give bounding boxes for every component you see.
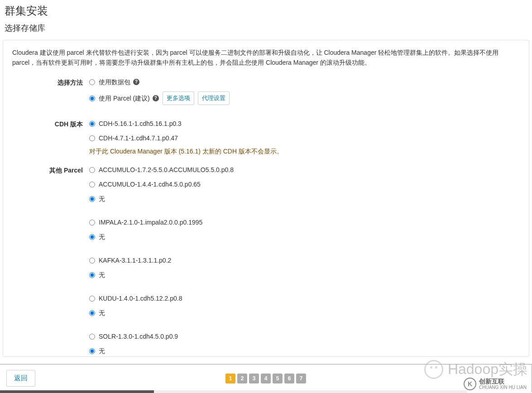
pager-step-5[interactable]: 5 (273, 374, 283, 383)
parcel-none-label: 无 (99, 270, 105, 279)
method-option-parcel[interactable]: 使用 Parcel (建议) ? 更多选项 代理设置 (89, 91, 520, 105)
cdh-row: CDH 版本 CDH-5.16.1-1.cdh5.16.1.p0.3 CDH-4… (12, 119, 520, 158)
proxy-settings-button[interactable]: 代理设置 (198, 91, 230, 105)
parcel-group: IMPALA-2.1.0-1.impala2.0.0.p0.1995无 (89, 217, 520, 242)
main-panel: Cloudera 建议使用 parcel 来代替软件包进行安装，因为 parce… (3, 40, 529, 357)
parcel-none-label: 无 (99, 308, 105, 317)
parcel-radio-none[interactable] (89, 196, 95, 202)
help-icon[interactable]: ? (153, 95, 159, 101)
footer-bar: 返回 1234567 (0, 364, 532, 392)
parcel-radio-none[interactable] (89, 348, 95, 354)
parcel-option[interactable]: ACCUMULO-1.7.2-5.5.0.ACCUMULO5.5.0.p0.8 (89, 165, 520, 175)
parcel-none-label: 无 (99, 194, 105, 203)
method-option-package-label: 使用数据包 (99, 77, 130, 86)
parcel-radio[interactable] (89, 258, 95, 264)
parcel-radio-none[interactable] (89, 234, 95, 240)
parcel-option-none[interactable]: 无 (89, 194, 520, 204)
cdh-option-1[interactable]: CDH-4.7.1-1.cdh4.7.1.p0.47 (89, 133, 520, 143)
method-option-package[interactable]: 使用数据包 ? (89, 77, 520, 87)
cdh-note: 对于此 Cloudera Manager 版本 (5.16.1) 太新的 CDH… (89, 148, 520, 156)
pager-step-6[interactable]: 6 (284, 374, 294, 383)
parcel-option-label: SOLR-1.3.0-1.cdh4.5.0.p0.9 (99, 332, 178, 341)
cdh-option-1-label: CDH-4.7.1-1.cdh4.7.1.p0.47 (99, 134, 178, 143)
parcel-radio[interactable] (89, 334, 95, 340)
method-radio-package[interactable] (89, 79, 95, 85)
parcel-option[interactable]: ACCUMULO-1.4.4-1.cdh4.5.0.p0.65 (89, 179, 520, 189)
parcel-option[interactable]: IMPALA-2.1.0-1.impala2.0.0.p0.1995 (89, 217, 520, 227)
scrollbar-thumb[interactable] (0, 390, 154, 393)
parcel-none-label: 无 (99, 232, 105, 241)
parcel-radio[interactable] (89, 296, 95, 302)
other-parcel-label: 其他 Parcel (12, 165, 89, 175)
parcel-radio-none[interactable] (89, 272, 95, 278)
cdh-option-0[interactable]: CDH-5.16.1-1.cdh5.16.1.p0.3 (89, 119, 520, 129)
parcel-option-none[interactable]: 无 (89, 308, 520, 318)
parcel-radio-none[interactable] (89, 310, 95, 316)
parcel-option[interactable]: SOLR-1.3.0-1.cdh4.5.0.p0.9 (89, 331, 520, 341)
pager-step-3[interactable]: 3 (249, 374, 259, 383)
pager-step-1[interactable]: 1 (225, 374, 235, 383)
cdh-radio-0[interactable] (89, 121, 95, 127)
help-icon[interactable]: ? (133, 79, 139, 85)
page-title: 群集安装 (0, 0, 532, 21)
parcel-option-none[interactable]: 无 (89, 346, 520, 356)
parcel-option-none[interactable]: 无 (89, 232, 520, 242)
pager-step-7[interactable]: 7 (296, 374, 306, 383)
parcel-option-label: IMPALA-2.1.0-1.impala2.0.0.p0.1995 (99, 218, 202, 227)
parcel-option-label: KUDU-1.4.0-1.cdh5.12.2.p0.8 (99, 294, 182, 303)
method-row: 选择方法 使用数据包 ? 使用 Parcel (建议) ? 更多选项 代理设置 (12, 77, 520, 110)
parcel-group: KAFKA-3.1.1-1.3.1.1.p0.2无 (89, 255, 520, 280)
method-radio-parcel[interactable] (89, 96, 95, 101)
description-text: Cloudera 建议使用 parcel 来代替软件包进行安装，因为 parce… (12, 48, 520, 68)
method-option-parcel-label: 使用 Parcel (建议) (99, 94, 150, 103)
parcel-option-label: ACCUMULO-1.4.4-1.cdh4.5.0.p0.65 (99, 180, 201, 189)
more-options-button[interactable]: 更多选项 (163, 91, 194, 105)
cdh-label: CDH 版本 (12, 119, 89, 129)
parcel-option[interactable]: KAFKA-3.1.1-1.3.1.1.p0.2 (89, 255, 520, 265)
parcel-option-label: ACCUMULO-1.7.2-5.5.0.ACCUMULO5.5.0.p0.8 (99, 165, 234, 174)
pager: 1234567 (225, 374, 306, 383)
cdh-option-0-label: CDH-5.16.1-1.cdh5.16.1.p0.3 (99, 119, 182, 128)
back-button[interactable]: 返回 (6, 370, 35, 387)
other-parcel-groups: ACCUMULO-1.7.2-5.5.0.ACCUMULO5.5.0.p0.8A… (89, 165, 520, 357)
pager-step-2[interactable]: 2 (237, 374, 247, 383)
other-parcel-row: 其他 Parcel ACCUMULO-1.7.2-5.5.0.ACCUMULO5… (12, 165, 520, 357)
parcel-option[interactable]: KUDU-1.4.0-1.cdh5.12.2.p0.8 (89, 293, 520, 303)
parcel-option-label: KAFKA-3.1.1-1.3.1.1.p0.2 (99, 256, 171, 265)
pager-step-4[interactable]: 4 (261, 374, 271, 383)
method-label: 选择方法 (12, 77, 89, 87)
cdh-radio-1[interactable] (89, 135, 95, 141)
parcel-none-label: 无 (99, 346, 105, 355)
page-subtitle: 选择存储库 (0, 21, 532, 40)
parcel-group: KUDU-1.4.0-1.cdh5.12.2.p0.8无 (89, 293, 520, 318)
parcel-option-none[interactable]: 无 (89, 270, 520, 280)
parcel-radio[interactable] (89, 220, 95, 225)
parcel-radio[interactable] (89, 167, 95, 173)
parcel-group: ACCUMULO-1.7.2-5.5.0.ACCUMULO5.5.0.p0.8A… (89, 165, 520, 204)
parcel-group: SOLR-1.3.0-1.cdh4.5.0.p0.9无 (89, 331, 520, 356)
parcel-radio[interactable] (89, 182, 95, 187)
